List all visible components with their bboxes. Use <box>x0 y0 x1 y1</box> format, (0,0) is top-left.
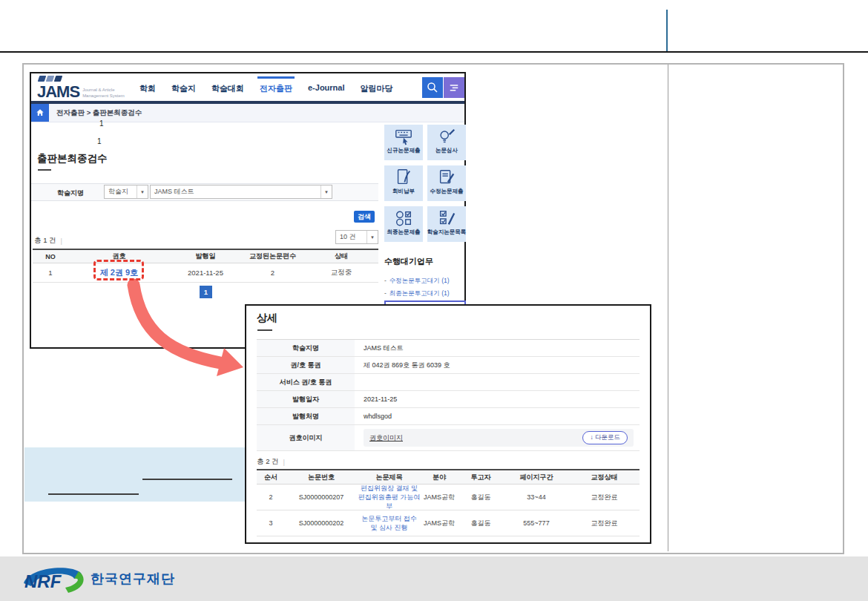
lightbulb-pencil-icon <box>437 127 456 146</box>
journal-type-select[interactable]: 학술지 ▼ <box>104 185 148 199</box>
jams-logo-mark-icon <box>39 76 62 82</box>
detail-row-volume: 권/호 통권 제 042권 869호 통권 6039 호 <box>257 357 640 374</box>
chevron-down-icon: ▼ <box>320 185 332 198</box>
content-frame-divider <box>668 65 668 551</box>
chevron-down-icon: ▼ <box>137 185 148 198</box>
article-row: 3 SJ0000000202 논문투고부터 접수 및 심사 진행 JAMS공학 … <box>257 510 640 536</box>
detail-row-cover-image: 권호이미지 권호이미지 ↓ 다운로드 <box>257 425 640 451</box>
popup-title-underline <box>257 329 272 331</box>
nrf-swoosh-icon: NRF <box>19 564 85 594</box>
quick-menu: 신규논문제출 논문심사 회비납부 <box>384 125 466 242</box>
journal-name-label: 학술지명 <box>57 188 84 198</box>
faces-check-icon <box>394 208 413 228</box>
highlight-note-box <box>24 447 248 502</box>
cover-image-link[interactable]: 권호이미지 <box>369 433 403 443</box>
article-row: 2 SJ0000000207 편집위원장 결재 및 편집위원총평 가능여부 JA… <box>257 485 640 510</box>
nav-item-notice[interactable]: 알림마당 <box>361 83 393 94</box>
article-title-link[interactable]: 편집위원장 결재 및 편집위원총평 가능여부 <box>358 485 421 510</box>
nav-item-conference[interactable]: 학술대회 <box>211 83 244 94</box>
top-navigation: 학회 학술지 학술대회 전자출판 e-Journal 알림마당 <box>139 83 393 94</box>
detail-popup: 상세 학술지명 JAMS 테스트 권/호 통권 제 042권 869호 통권 6… <box>245 304 651 544</box>
detail-table: 학술지명 JAMS 테스트 권/호 통권 제 042권 869호 통권 6039… <box>257 339 640 451</box>
detail-row-journal: 학술지명 JAMS 테스트 <box>257 340 640 357</box>
chevron-down-icon: ▼ <box>366 231 378 243</box>
top-horizontal-rule <box>0 51 868 53</box>
quick-revised-submission[interactable]: 수정논문제출 <box>427 165 466 201</box>
breadcrumb-path: 전자출판 > 출판본최종검수 <box>56 108 142 118</box>
cover-image-field: 권호이미지 ↓ 다운로드 <box>364 429 634 447</box>
nav-item-society[interactable]: 학회 <box>139 83 156 94</box>
footer: NRF 한국연구재단 <box>0 556 868 601</box>
jams-logo[interactable]: JAMS Journal & Article Management System <box>37 78 128 100</box>
popup-total-count: 총 2 건 | <box>257 457 285 467</box>
note-underline <box>48 493 139 495</box>
nrf-logo-text: NRF <box>24 571 62 591</box>
page-title: 출판본최종검수 <box>37 152 108 165</box>
articles-table: 순서 논문번호 논문제목 분야 투고자 페이지구간 교정상태 2 SJ00000… <box>257 469 640 536</box>
per-page-select[interactable]: 10 건 ▼ <box>335 230 378 244</box>
checklist-pencil-icon <box>437 208 456 228</box>
articles-table-header: 순서 논문번호 논문제목 분야 투고자 페이지구간 교정상태 <box>257 469 640 485</box>
manual-page: JAMS Journal & Article Management System… <box>0 0 868 601</box>
article-title-link[interactable]: 논문투고부터 접수 및 심사 진행 <box>361 515 417 531</box>
nrf-org-name: 한국연구재단 <box>91 570 175 588</box>
document-pencil-icon <box>437 168 456 187</box>
search-button[interactable] <box>422 77 443 98</box>
search-submit-button[interactable]: 검색 <box>354 211 375 223</box>
jams-logo-text: JAMS <box>37 84 79 100</box>
menu-button[interactable] <box>444 77 464 98</box>
page-title-underline <box>38 169 51 171</box>
top-vertical-divider <box>666 10 668 51</box>
keyboard-hand-icon <box>394 127 413 146</box>
home-button[interactable] <box>31 104 49 122</box>
quick-fee-payment[interactable]: 회비납부 <box>384 165 423 201</box>
detail-row-service-volume: 서비스 권/호 통권 <box>257 374 640 391</box>
nav-item-ejournal[interactable]: e-Journal <box>308 83 345 94</box>
quick-final-submission[interactable]: 최종논문제출 <box>384 206 423 242</box>
detail-row-publisher: 발행처명 whdlsgod <box>257 408 640 425</box>
jams-logo-subtitle: Journal & Article Management System <box>82 88 128 100</box>
nav-item-epublishing-active[interactable]: 전자출판 <box>260 83 292 94</box>
pending-tasks-title: 수행대기업무 <box>384 256 433 267</box>
nrf-logo: NRF 한국연구재단 <box>19 564 175 594</box>
document-feather-icon <box>394 168 413 187</box>
popup-title: 상세 <box>257 312 277 325</box>
red-dashed-callout <box>93 260 144 280</box>
breadcrumb: 전자출판 > 출판본최종검수 <box>31 104 464 122</box>
total-count: 총 1 건 | <box>34 236 62 246</box>
note-underline <box>142 479 232 480</box>
quick-new-submission[interactable]: 신규논문제출 <box>384 125 423 160</box>
hamburger-menu-icon <box>447 81 461 94</box>
pending-item-final[interactable]: - 최종논문투고대기 (1) <box>384 289 450 298</box>
pending-item-revised[interactable]: - 수정논문투고대기 (1) <box>384 277 450 286</box>
red-arrow <box>89 273 260 384</box>
quick-review[interactable]: 논문심사 <box>427 125 466 160</box>
home-icon <box>35 108 45 118</box>
journal-select[interactable]: JAMS 테스트 ▼ <box>150 185 332 199</box>
quick-article-list[interactable]: 학술지논문목록 <box>427 206 466 242</box>
detail-row-publish-date: 발행일자 2021-11-25 <box>257 391 640 408</box>
nav-item-journal[interactable]: 학술지 <box>171 83 196 94</box>
search-icon <box>426 81 439 94</box>
download-button[interactable]: ↓ 다운로드 <box>582 431 628 444</box>
issues-table-header: NO 권호 발행일 교정된논문편수 상태 <box>33 249 378 263</box>
annotation-mark-1: 1 <box>99 119 104 128</box>
annotation-mark-2: 1 <box>97 137 102 145</box>
